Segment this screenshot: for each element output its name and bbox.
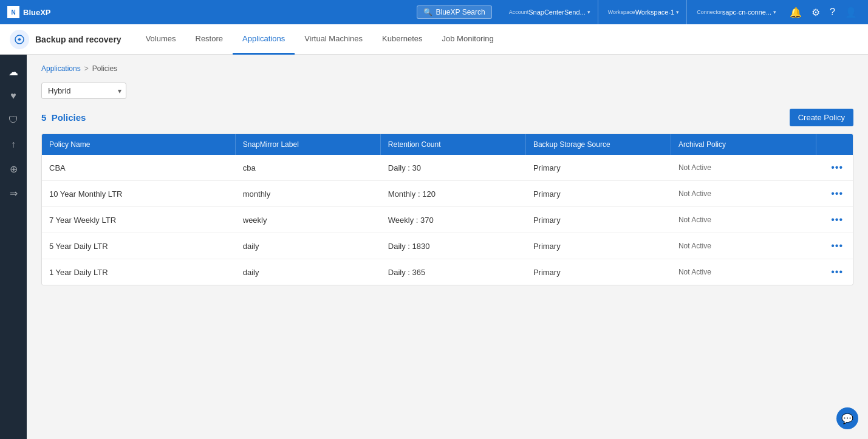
app-name: BlueXP [23,8,51,17]
table-row: 10 Year Monthly LTR monthly Monthly : 12… [42,181,853,207]
sidebar-icon-upload[interactable]: ↑ [2,134,24,155]
sidebar-icon-shield[interactable]: 🛡 [2,109,24,131]
more-button-2[interactable]: ••• [829,213,846,226]
td-actions-4: ••• [816,259,853,285]
left-sidebar: ☁ ♥ 🛡 ↑ ⊕ ⇒ [0,55,27,439]
second-navigation: Backup and recovery Volumes Restore Appl… [0,24,868,55]
more-button-1[interactable]: ••• [829,187,846,200]
td-archival-3: Not Active [671,233,816,259]
th-actions [816,134,853,155]
th-snapmirror-label: SnapMirror Label [236,134,381,155]
notifications-button[interactable]: 🔔 [786,4,805,21]
sidebar-icon-share[interactable]: ⇒ [2,182,24,204]
table-row: 5 Year Daily LTR daily Daily : 1830 Prim… [42,233,853,259]
connector-value: sapc-cn-conne... [722,9,771,16]
workspace-chevron: ▾ [676,9,679,15]
tab-volumes[interactable]: Volumes [136,24,186,55]
help-button[interactable]: ? [826,4,839,20]
td-archival-4: Not Active [671,259,816,285]
td-actions-2: ••• [816,207,853,233]
td-snapmirror-1: monthly [236,181,381,206]
td-snapmirror-4: daily [236,259,381,285]
netapp-logo: N BlueXP [7,6,51,18]
tab-virtual-machines[interactable]: Virtual Machines [295,24,372,55]
td-policy-name-0: CBA [42,155,236,180]
top-nav-left: N BlueXP [7,6,51,18]
settings-button[interactable]: ⚙ [808,4,824,21]
search-icon: 🔍 [423,8,432,16]
td-archival-0: Not Active [671,155,816,180]
td-retention-0: Daily : 30 [381,155,526,180]
tab-job-monitoring[interactable]: Job Monitoring [432,24,504,55]
tab-kubernetes[interactable]: Kubernetes [372,24,432,55]
td-retention-3: Daily : 1830 [381,233,526,259]
top-navigation: N BlueXP 🔍 BlueXP Search Account SnapCen… [0,0,868,24]
table-row: 7 Year Weekly LTR weekly Weekly : 370 Pr… [42,207,853,233]
sidebar-icon-globe[interactable]: ⊕ [2,158,24,180]
table-header: Policy Name SnapMirror Label Retention C… [42,134,853,155]
more-button-3[interactable]: ••• [829,239,846,253]
th-policy-name: Policy Name [42,134,236,155]
policies-count: 5 Policies [41,112,86,123]
td-storage-0: Primary [526,155,671,180]
td-snapmirror-3: daily [236,233,381,259]
breadcrumb-separator: > [84,64,89,73]
sidebar-icon-cloud[interactable]: ☁ [2,61,24,83]
breadcrumb: Applications > Policies [41,64,853,73]
logo-icon: N [7,6,19,18]
td-actions-0: ••• [816,155,853,180]
policies-table: Policy Name SnapMirror Label Retention C… [41,134,853,285]
product-icon [10,30,29,49]
main-layout: ☁ ♥ 🛡 ↑ ⊕ ⇒ Applications > Policies Hybr… [0,55,868,439]
connector-chevron: ▾ [773,9,776,15]
td-retention-2: Weekly : 370 [381,207,526,233]
table-row: 1 Year Daily LTR daily Daily : 365 Prima… [42,259,853,285]
policies-header: 5 Policies Create Policy [41,109,853,126]
td-actions-3: ••• [816,233,853,259]
td-policy-name-3: 5 Year Daily LTR [42,233,236,259]
tab-applications[interactable]: Applications [233,24,295,55]
tab-restore[interactable]: Restore [186,24,233,55]
connector-section[interactable]: Connector sapc-cn-conne... ▾ [689,0,784,24]
breadcrumb-applications-link[interactable]: Applications [41,64,81,73]
workspace-value: Workspace-1 [635,9,675,16]
td-snapmirror-0: cba [236,155,381,180]
td-policy-name-1: 10 Year Monthly LTR [42,181,236,206]
search-label: BlueXP Search [436,8,485,16]
user-button[interactable]: 👤 [841,4,861,21]
workspace-section[interactable]: Workspace Workspace-1 ▾ [601,0,687,24]
account-chevron: ▾ [587,9,590,15]
breadcrumb-current: Policies [92,64,117,73]
workspace-label: Workspace [608,9,635,15]
more-button-0[interactable]: ••• [829,161,846,174]
td-retention-4: Daily : 365 [381,259,526,285]
policies-number: 5 [41,112,46,123]
account-section[interactable]: Account SnapCenterSend... ▾ [502,0,598,24]
td-archival-1: Not Active [671,181,816,206]
td-snapmirror-2: weekly [236,207,381,233]
product-name: Backup and recovery [35,35,121,44]
table-row: CBA cba Daily : 30 Primary Not Active ••… [42,155,853,181]
th-backup-storage: Backup Storage Source [526,134,671,155]
tab-navigation: Volumes Restore Applications Virtual Mac… [136,24,504,55]
td-storage-4: Primary [526,259,671,285]
connector-label: Connector [697,9,722,15]
td-archival-2: Not Active [671,207,816,233]
filter-row: Hybrid On-Premises Cloud [41,83,853,99]
search-box[interactable]: 🔍 BlueXP Search [417,5,491,19]
td-storage-3: Primary [526,233,671,259]
th-retention-count: Retention Count [381,134,526,155]
td-storage-2: Primary [526,207,671,233]
hybrid-dropdown-wrapper: Hybrid On-Premises Cloud [41,83,126,99]
chat-bubble[interactable]: 💬 [836,407,858,429]
hybrid-dropdown[interactable]: Hybrid On-Premises Cloud [41,83,126,99]
content-area: Applications > Policies Hybrid On-Premis… [27,55,868,439]
td-retention-1: Monthly : 120 [381,181,526,206]
more-button-4[interactable]: ••• [829,265,846,279]
create-policy-button[interactable]: Create Policy [790,109,853,126]
td-actions-1: ••• [816,181,853,206]
td-storage-1: Primary [526,181,671,206]
sidebar-icon-health[interactable]: ♥ [2,85,24,107]
account-label: Account [509,9,529,15]
td-policy-name-2: 7 Year Weekly LTR [42,207,236,233]
